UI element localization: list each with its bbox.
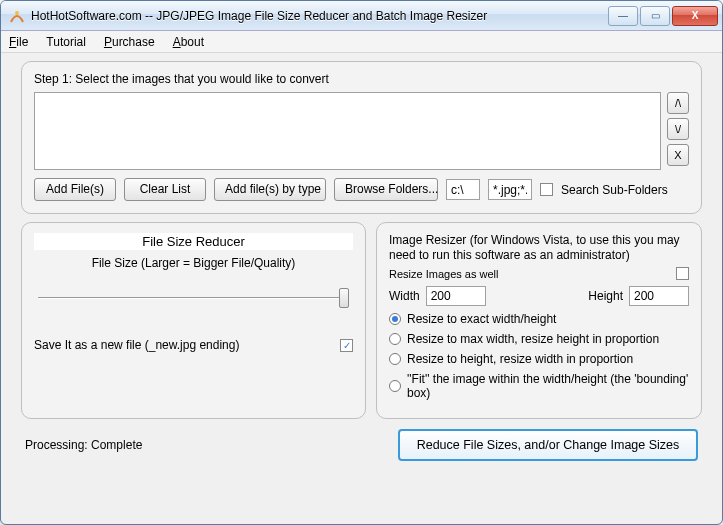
filter-input[interactable] bbox=[488, 179, 532, 200]
step1-group: Step 1: Select the images that you would… bbox=[21, 61, 702, 214]
reducer-group: File Size Reducer File Size (Larger = Bi… bbox=[21, 222, 366, 419]
save-new-label: Save It as a new file (_new.jpg ending) bbox=[34, 338, 239, 352]
close-button[interactable]: X bbox=[672, 6, 718, 26]
titlebar[interactable]: HotHotSoftware.com -- JPG/JPEG Image Fil… bbox=[1, 1, 722, 31]
footer: Processing: Complete Reduce File Sizes, … bbox=[21, 427, 702, 461]
resize-also-label: Resize Images as well bbox=[389, 268, 498, 280]
radio-maxwidth[interactable] bbox=[389, 333, 401, 345]
minimize-button[interactable]: — bbox=[608, 6, 638, 26]
menu-tutorial[interactable]: Tutorial bbox=[46, 35, 86, 49]
resizer-group: Image Resizer (for Windows Vista, to use… bbox=[376, 222, 702, 419]
add-by-type-button[interactable]: Add file(s) by type bbox=[214, 178, 326, 201]
svg-point-0 bbox=[15, 11, 19, 15]
file-list[interactable] bbox=[34, 92, 661, 170]
width-input[interactable] bbox=[426, 286, 486, 306]
menu-file[interactable]: File bbox=[9, 35, 28, 49]
status-text: Processing: Complete bbox=[25, 438, 142, 452]
remove-item-button[interactable]: X bbox=[667, 144, 689, 166]
app-icon bbox=[9, 8, 25, 24]
clear-list-button[interactable]: Clear List bbox=[124, 178, 206, 201]
radio-maxwidth-label: Resize to max width, resize height in pr… bbox=[407, 332, 659, 346]
save-new-checkbox[interactable]: ✓ bbox=[340, 339, 353, 352]
window-controls: — ▭ X bbox=[608, 6, 718, 26]
app-window: HotHotSoftware.com -- JPG/JPEG Image Fil… bbox=[0, 0, 723, 525]
menu-about[interactable]: About bbox=[173, 35, 204, 49]
step1-label: Step 1: Select the images that you would… bbox=[34, 72, 689, 86]
resize-also-checkbox[interactable] bbox=[676, 267, 689, 280]
height-input[interactable] bbox=[629, 286, 689, 306]
reducer-subtitle: File Size (Larger = Bigger File/Quality) bbox=[34, 256, 353, 270]
go-button[interactable]: Reduce File Sizes, and/or Change Image S… bbox=[398, 429, 698, 461]
radio-fit[interactable] bbox=[389, 380, 401, 392]
client-area: Step 1: Select the images that you would… bbox=[1, 53, 722, 524]
folder-input[interactable] bbox=[446, 179, 480, 200]
menu-purchase[interactable]: Purchase bbox=[104, 35, 155, 49]
radio-exact-label: Resize to exact width/height bbox=[407, 312, 556, 326]
radio-height-label: Resize to height, resize width in propor… bbox=[407, 352, 633, 366]
reducer-title: File Size Reducer bbox=[34, 233, 353, 250]
move-down-button[interactable]: \/ bbox=[667, 118, 689, 140]
move-up-button[interactable]: /\ bbox=[667, 92, 689, 114]
radio-height[interactable] bbox=[389, 353, 401, 365]
resizer-note: Image Resizer (for Windows Vista, to use… bbox=[389, 233, 689, 263]
search-subfolders-checkbox[interactable] bbox=[540, 183, 553, 196]
radio-exact[interactable] bbox=[389, 313, 401, 325]
list-side-buttons: /\ \/ X bbox=[667, 92, 689, 170]
browse-folders-button[interactable]: Browse Folders... bbox=[334, 178, 438, 201]
width-label: Width bbox=[389, 289, 420, 303]
quality-slider[interactable] bbox=[38, 288, 349, 308]
search-subfolders-label: Search Sub-Folders bbox=[561, 183, 668, 197]
maximize-button[interactable]: ▭ bbox=[640, 6, 670, 26]
height-label: Height bbox=[588, 289, 623, 303]
radio-fit-label: ''Fit'' the image within the width/heigh… bbox=[407, 372, 689, 400]
add-files-button[interactable]: Add File(s) bbox=[34, 178, 116, 201]
window-title: HotHotSoftware.com -- JPG/JPEG Image Fil… bbox=[31, 9, 608, 23]
menu-bar: File Tutorial Purchase About bbox=[1, 31, 722, 53]
